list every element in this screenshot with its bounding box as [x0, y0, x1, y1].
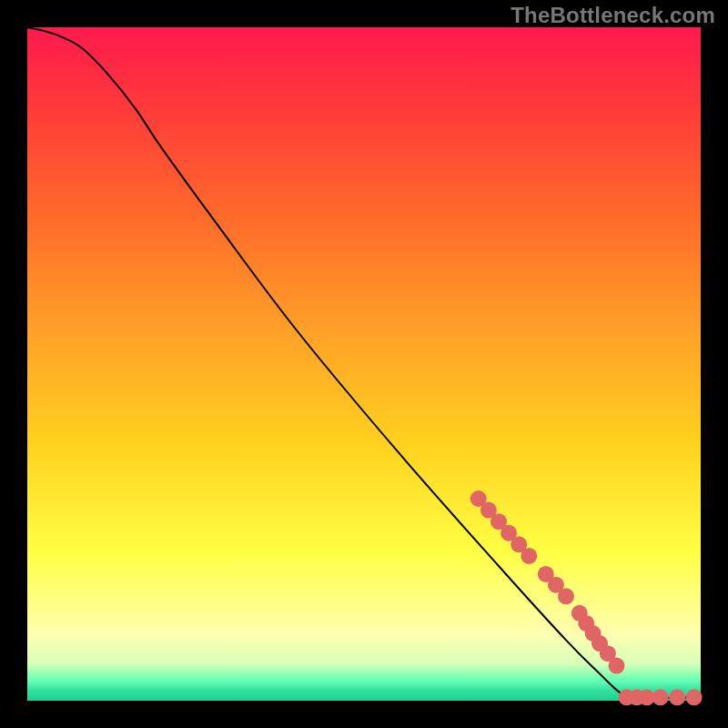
chart-frame: { "watermark": "TheBottleneck.com", "plo… — [0, 0, 728, 728]
data-marker — [669, 689, 685, 705]
chart-svg — [0, 0, 728, 728]
data-marker — [686, 689, 703, 705]
data-marker — [558, 588, 574, 604]
gradient-background — [27, 27, 701, 701]
data-marker — [652, 689, 669, 705]
data-marker — [609, 658, 625, 674]
data-marker — [521, 548, 537, 564]
